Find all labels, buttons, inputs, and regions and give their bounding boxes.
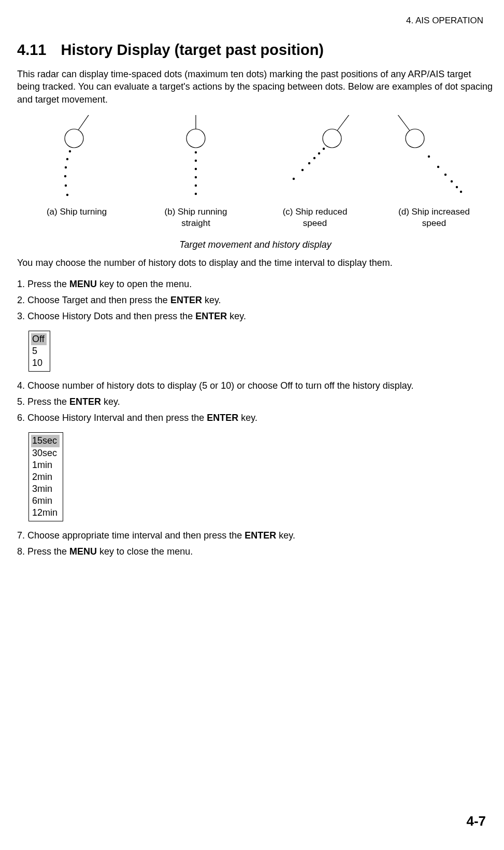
svg-point-6 — [65, 185, 67, 187]
key-name: ENTER — [244, 530, 276, 541]
key-name: MENU — [69, 546, 97, 557]
menu-option: 6min — [31, 495, 60, 507]
intro-paragraph: This radar can display time-spaced dots … — [17, 68, 494, 106]
svg-point-26 — [428, 155, 430, 158]
diagram-row: (a) Ship turning (b) Ship running straig… — [17, 115, 494, 229]
step-text: 7. Choose appropriate time interval and … — [17, 530, 244, 541]
svg-line-1 — [78, 115, 92, 130]
svg-point-28 — [444, 174, 447, 176]
body-paragraph-1: You may choose the number of history dot… — [17, 257, 494, 269]
diagram-cell-b: (b) Ship running straight — [139, 115, 253, 229]
svg-point-24 — [406, 129, 424, 148]
svg-point-22 — [301, 169, 304, 171]
figure-caption: Target movement and history display — [17, 239, 494, 250]
step-text: key to close the menu. — [97, 546, 193, 557]
step-6: 6. Choose History Interval and then pres… — [17, 411, 494, 425]
step-text: 1. Press the — [17, 279, 69, 289]
step-text: key. — [238, 413, 257, 423]
step-3: 3. Choose History Dots and then press th… — [17, 309, 494, 323]
step-4: 4. Choose number of history dots to disp… — [17, 379, 494, 393]
svg-point-21 — [308, 162, 310, 164]
key-name: ENTER — [195, 311, 227, 321]
menu-option-selected: 15sec — [31, 435, 60, 447]
menu-option: 2min — [31, 471, 60, 483]
diagram-caption-a: (a) Ship turning — [20, 206, 134, 218]
diagram-cell-c: (c) Ship reduced speed — [258, 115, 372, 229]
steps-list: 1. Press the MENU key to open the menu. … — [17, 277, 494, 323]
steps-list-cont2: 7. Choose appropriate time interval and … — [17, 529, 494, 559]
diagram-cell-d: (d) Ship increased speed — [377, 115, 491, 229]
svg-line-17 — [337, 115, 353, 131]
steps-list-cont1: 4. Choose number of history dots to disp… — [17, 379, 494, 425]
svg-point-3 — [66, 158, 68, 160]
menu-option: 12min — [31, 507, 60, 519]
section-number: 4.11 — [17, 41, 46, 58]
diagram-caption-b: (b) Ship running straight — [139, 206, 253, 229]
svg-point-23 — [293, 178, 295, 180]
svg-point-27 — [437, 166, 439, 168]
section-title-text: History Display (target past position) — [61, 41, 324, 58]
step-text: key. — [227, 311, 246, 321]
svg-point-7 — [66, 194, 68, 196]
svg-point-4 — [65, 166, 67, 168]
diagram-caption-c: (c) Ship reduced speed — [258, 206, 372, 229]
diagram-cell-a: (a) Ship turning — [20, 115, 134, 218]
step-text: key. — [202, 295, 221, 305]
svg-point-14 — [195, 185, 197, 187]
step-text: 2. Choose Target and then press the — [17, 295, 170, 305]
svg-point-19 — [318, 152, 320, 154]
step-text: 3. Choose History Dots and then press th… — [17, 311, 195, 321]
svg-point-0 — [65, 129, 83, 148]
svg-point-18 — [323, 148, 325, 150]
step-1: 1. Press the MENU key to open the menu. — [17, 277, 494, 291]
step-7: 7. Choose appropriate time interval and … — [17, 529, 494, 543]
step-text: key to open the menu. — [97, 279, 192, 289]
step-text: key. — [101, 396, 120, 407]
step-2: 2. Choose Target and then press the ENTE… — [17, 293, 494, 307]
ship-turning-icon — [43, 115, 110, 203]
svg-point-30 — [456, 186, 458, 188]
history-dots-menu: Off 5 10 — [28, 331, 50, 372]
svg-point-16 — [323, 129, 341, 148]
svg-point-8 — [186, 129, 205, 148]
step-5: 5. Press the ENTER key. — [17, 395, 494, 409]
svg-point-11 — [195, 160, 197, 162]
menu-option-selected: Off — [31, 333, 47, 345]
key-name: ENTER — [207, 413, 238, 423]
diagram-caption-d: (d) Ship increased speed — [377, 206, 491, 229]
svg-point-10 — [195, 151, 197, 153]
svg-point-20 — [313, 157, 315, 159]
svg-point-29 — [451, 180, 453, 182]
menu-option: 10 — [31, 357, 47, 369]
step-text: 6. Choose History Interval and then pres… — [17, 413, 207, 423]
page-number: 4-7 — [466, 813, 486, 829]
svg-line-25 — [394, 115, 410, 131]
step-text: 5. Press the — [17, 396, 69, 407]
svg-point-2 — [69, 150, 71, 152]
step-8: 8. Press the MENU key to close the menu. — [17, 545, 494, 559]
chapter-header: 4. AIS OPERATION — [17, 16, 494, 26]
key-name: ENTER — [170, 295, 202, 305]
menu-option: 1min — [31, 459, 60, 471]
svg-point-12 — [195, 168, 197, 170]
svg-point-15 — [195, 193, 197, 195]
key-name: ENTER — [69, 396, 101, 407]
section-heading: 4.11History Display (target past positio… — [17, 41, 494, 59]
ship-straight-icon — [170, 115, 222, 203]
step-text: key. — [276, 530, 295, 541]
menu-option: 3min — [31, 483, 60, 495]
menu-option: 5 — [31, 345, 47, 357]
key-name: MENU — [69, 279, 97, 289]
ship-increased-speed-icon — [390, 115, 478, 203]
svg-point-31 — [460, 191, 462, 193]
step-text: 8. Press the — [17, 546, 69, 557]
svg-point-5 — [64, 175, 66, 177]
menu-option: 30sec — [31, 447, 60, 459]
history-interval-menu: 15sec 30sec 1min 2min 3min 6min 12min — [28, 432, 63, 521]
svg-point-13 — [195, 176, 197, 178]
ship-reduced-speed-icon — [276, 115, 354, 203]
